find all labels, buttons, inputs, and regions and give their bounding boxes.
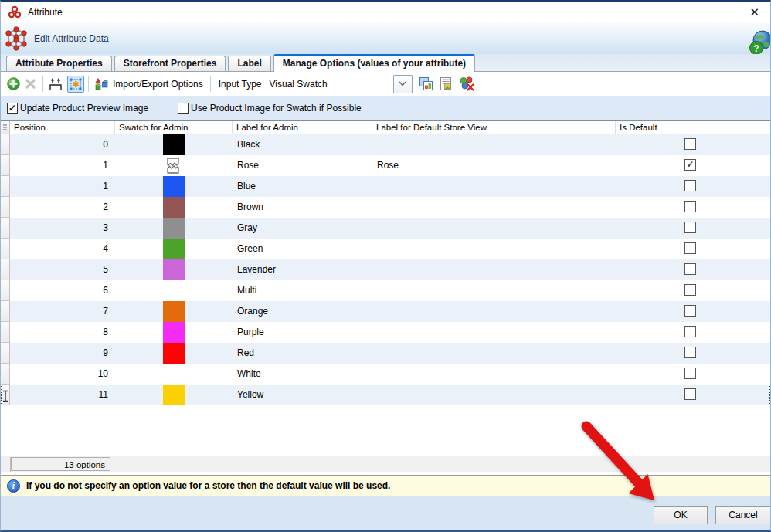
table-row[interactable]: 8 Purple ✓ bbox=[1, 322, 770, 343]
cell-label-admin[interactable]: Multi bbox=[233, 280, 372, 301]
cell-label-store[interactable] bbox=[372, 364, 616, 385]
paste-swatches-button[interactable] bbox=[438, 76, 455, 93]
import-export-label[interactable]: Import/Export Options bbox=[113, 79, 203, 90]
row-selector[interactable] bbox=[1, 218, 10, 239]
cell-label-store[interactable] bbox=[372, 343, 616, 364]
color-swatch[interactable] bbox=[163, 385, 185, 405]
cell-swatch[interactable] bbox=[115, 301, 233, 322]
table-row[interactable]: 5 Lavender ✓ bbox=[1, 259, 770, 280]
cell-swatch[interactable] bbox=[115, 280, 233, 301]
cell-swatch[interactable] bbox=[115, 239, 233, 259]
cell-swatch[interactable] bbox=[115, 134, 233, 155]
cell-label-admin[interactable]: Gray bbox=[233, 218, 372, 239]
is-default-checkbox[interactable]: ✓ bbox=[684, 201, 696, 212]
is-default-checkbox[interactable]: ✓ bbox=[684, 368, 696, 379]
row-selector[interactable] bbox=[1, 259, 10, 280]
add-option-button[interactable] bbox=[5, 76, 22, 93]
row-selector[interactable] bbox=[1, 280, 10, 301]
delete-option-button[interactable] bbox=[22, 76, 39, 93]
help-icon[interactable]: ? bbox=[748, 30, 771, 56]
cell-label-admin[interactable]: Green bbox=[233, 239, 372, 259]
is-default-checkbox[interactable]: ✓ bbox=[684, 347, 696, 358]
cell-label-store[interactable] bbox=[372, 301, 616, 322]
cell-label-store[interactable]: Rose bbox=[372, 155, 616, 176]
use-product-image-option[interactable]: ✓ Use Product Image for Swatch if Possib… bbox=[178, 103, 362, 114]
col-header-label-store[interactable]: Label for Default Store View bbox=[372, 121, 616, 134]
table-row[interactable]: 3 Gray ✓ bbox=[1, 218, 770, 239]
cell-label-store[interactable] bbox=[372, 259, 616, 280]
input-type-dropdown[interactable] bbox=[393, 75, 413, 93]
row-selector[interactable] bbox=[1, 322, 10, 343]
cell-swatch[interactable] bbox=[115, 155, 233, 176]
table-row[interactable]: 11 Yellow ✓ bbox=[1, 385, 770, 405]
color-swatch[interactable] bbox=[163, 322, 185, 343]
import-export-button[interactable] bbox=[93, 76, 110, 93]
cell-swatch[interactable] bbox=[115, 322, 233, 343]
tab-storefront-properties[interactable]: Storefront Properties bbox=[114, 56, 226, 71]
is-default-checkbox[interactable]: ✓ bbox=[684, 138, 696, 150]
update-preview-checkbox[interactable]: ✓ bbox=[7, 103, 18, 114]
is-default-checkbox[interactable]: ✓ bbox=[684, 222, 696, 233]
cell-label-admin[interactable]: Black bbox=[233, 134, 372, 155]
cell-label-store[interactable] bbox=[372, 134, 616, 155]
color-swatch[interactable] bbox=[163, 218, 185, 239]
row-selector[interactable] bbox=[1, 301, 10, 322]
cell-label-store[interactable] bbox=[372, 322, 616, 343]
is-default-checkbox[interactable]: ✓ bbox=[684, 388, 696, 400]
col-header-is-default[interactable]: Is Default bbox=[616, 121, 770, 134]
col-header-label-admin[interactable]: Label for Admin bbox=[233, 121, 372, 134]
table-row[interactable]: 6 Multi ✓ bbox=[1, 280, 770, 301]
table-row[interactable]: 7 Orange ✓ bbox=[1, 301, 770, 322]
tab-label[interactable]: Label bbox=[228, 56, 270, 71]
row-selector[interactable] bbox=[1, 134, 10, 155]
color-swatch[interactable] bbox=[163, 176, 185, 197]
color-swatch[interactable] bbox=[163, 259, 185, 280]
cell-label-store[interactable] bbox=[372, 239, 616, 259]
cell-label-admin[interactable]: Yellow bbox=[233, 385, 372, 405]
cell-swatch[interactable] bbox=[115, 176, 233, 197]
row-selector[interactable] bbox=[1, 343, 10, 364]
cell-label-admin[interactable]: Brown bbox=[233, 197, 372, 218]
cell-label-store[interactable] bbox=[372, 197, 616, 218]
remove-swatches-button[interactable] bbox=[458, 76, 475, 93]
cell-label-admin[interactable]: Blue bbox=[233, 176, 372, 197]
cell-swatch[interactable] bbox=[115, 343, 233, 364]
is-default-checkbox[interactable]: ✓ bbox=[684, 263, 696, 275]
table-row[interactable]: 1 Blue ✓ bbox=[1, 176, 770, 197]
row-selector[interactable] bbox=[1, 197, 10, 218]
cell-label-store[interactable] bbox=[372, 385, 616, 405]
tab-manage-options[interactable]: Manage Options (values of your attribute… bbox=[273, 54, 475, 72]
table-row[interactable]: 10 White ✓ bbox=[1, 364, 770, 385]
col-header-position[interactable]: Position bbox=[10, 121, 115, 134]
cell-label-admin[interactable]: White bbox=[233, 364, 372, 385]
color-swatch[interactable] bbox=[163, 343, 185, 364]
row-selector-header[interactable] bbox=[1, 121, 10, 134]
cell-swatch[interactable] bbox=[115, 364, 233, 385]
color-swatch[interactable] bbox=[163, 301, 185, 322]
color-swatch[interactable] bbox=[163, 134, 185, 155]
is-default-checkbox[interactable]: ✓ bbox=[684, 284, 696, 296]
cell-swatch[interactable] bbox=[115, 259, 233, 280]
row-selector[interactable] bbox=[1, 385, 10, 405]
table-row[interactable]: 4 Green ✓ bbox=[1, 239, 770, 259]
cell-label-store[interactable] bbox=[372, 280, 616, 301]
cell-swatch[interactable] bbox=[115, 385, 233, 405]
is-default-checkbox[interactable]: ✓ bbox=[684, 242, 696, 254]
cell-label-admin[interactable]: Rose bbox=[233, 155, 372, 176]
is-default-checkbox[interactable]: ✓ bbox=[684, 305, 696, 317]
cell-label-store[interactable] bbox=[372, 176, 616, 197]
col-header-swatch[interactable]: Swatch for Admin bbox=[115, 121, 233, 134]
color-swatch[interactable] bbox=[163, 197, 185, 218]
cell-label-admin[interactable]: Red bbox=[233, 343, 372, 364]
cell-swatch[interactable] bbox=[115, 218, 233, 239]
swatch-preview-toggle[interactable]: ✱ bbox=[67, 76, 84, 93]
cancel-button[interactable]: Cancel bbox=[715, 506, 771, 524]
copy-swatches-button[interactable] bbox=[418, 76, 435, 93]
row-selector[interactable] bbox=[1, 155, 10, 176]
is-default-checkbox[interactable]: ✓ bbox=[684, 159, 696, 171]
cell-label-admin[interactable]: Purple bbox=[233, 322, 372, 343]
ok-button[interactable]: OK bbox=[654, 506, 708, 524]
use-product-image-checkbox[interactable]: ✓ bbox=[178, 103, 189, 114]
reorder-button[interactable] bbox=[47, 76, 64, 93]
table-row[interactable]: 0 Black ✓ bbox=[1, 134, 770, 155]
